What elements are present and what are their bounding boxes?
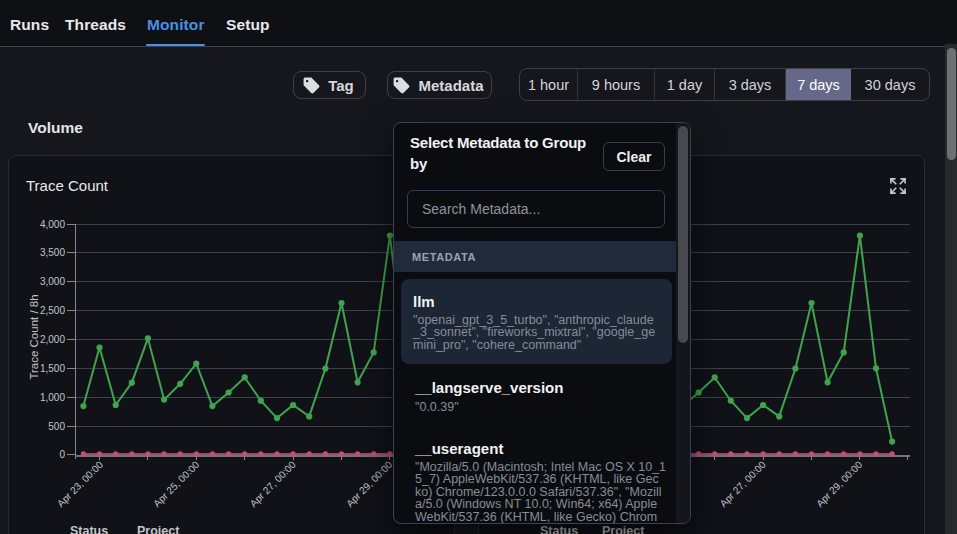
svg-text:2,000: 2,000 [40, 334, 65, 345]
svg-text:Apr 29, 00:00: Apr 29, 00:00 [344, 459, 395, 510]
svg-text:3,000: 3,000 [40, 276, 65, 287]
svg-text:3,500: 3,500 [40, 247, 65, 258]
svg-text:Apr 23, 00:00: Apr 23, 00:00 [55, 459, 106, 510]
svg-text:Apr 29, 00:00: Apr 29, 00:00 [814, 459, 865, 510]
svg-text:Apr 27, 00:00: Apr 27, 00:00 [718, 459, 769, 510]
svg-text:Apr 25, 00:00: Apr 25, 00:00 [151, 459, 202, 510]
svg-text:Apr 27, 00:00: Apr 27, 00:00 [248, 459, 299, 510]
svg-text:Trace Count / 8h: Trace Count / 8h [28, 294, 40, 379]
svg-text:4,000: 4,000 [40, 219, 65, 230]
svg-text:500: 500 [48, 421, 65, 432]
svg-text:1,000: 1,000 [40, 392, 65, 403]
svg-text:2,500: 2,500 [40, 305, 65, 316]
svg-text:1,500: 1,500 [40, 363, 65, 374]
svg-text:0: 0 [59, 449, 65, 460]
